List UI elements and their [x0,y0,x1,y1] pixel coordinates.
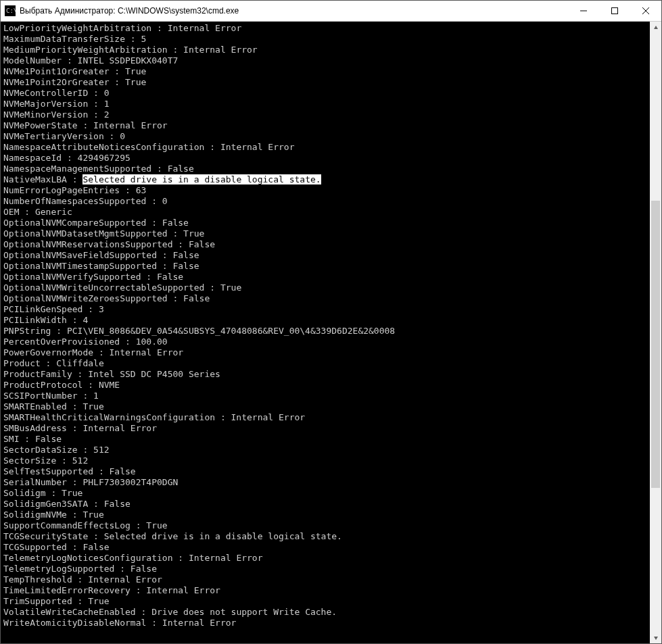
console-line: OptionalNVMCompareSupported : False [3,218,647,228]
window-title: Выбрать Администратор: C:\WINDOWS\system… [20,6,239,16]
property-key: SerialNumber : [3,477,82,487]
property-value: Drive does not support Write Cache. [151,607,337,617]
property-key: NVMeMinorVersion : [3,109,104,120]
titlebar-controls [568,1,661,21]
selected-text: Selected drive is in a disable logical s… [82,174,321,184]
console-line: SolidigmNVMe : True [3,510,647,520]
property-value: Internal Error [183,45,258,55]
console-line: SMBusAddress : Internal Error [3,423,647,434]
property-key: SectorDataSize : [3,445,93,455]
property-key: OptionalNVMWriteUncorrectableSupported : [3,282,220,293]
property-key: NumErrorLogPageEntries : [3,185,136,195]
property-key: OptionalNVMTimestampSupported : [3,261,172,271]
property-key: NativeMaxLBA : [3,174,82,184]
property-value: False [189,239,215,249]
property-key: NVMeMajorVersion : [3,99,104,109]
property-key: PNPString : [3,326,67,336]
titlebar-left: C:\ Выбрать Администратор: C:\WINDOWS\sy… [1,5,239,16]
property-key: SMARTHealthCriticalWarningsConfiguration… [3,412,231,422]
property-value: Internal Error [88,574,162,585]
console-line: TrimSupported : True [3,596,647,607]
titlebar[interactable]: C:\ Выбрать Администратор: C:\WINDOWS\sy… [1,1,661,22]
console-line: NVMeMajorVersion : 1 [3,99,647,109]
property-value: 512 [93,445,109,455]
console-line: NVMeTertiaryVersion : 0 [3,131,647,142]
console-line: TempThreshold : Internal Error [3,574,647,585]
property-value: 1 [104,99,110,109]
property-value: True [183,228,204,239]
property-key: VolatileWriteCacheEnabled : [3,607,151,617]
property-key: ProductFamily : [3,369,88,379]
property-value: False [104,499,131,509]
cmd-window: C:\ Выбрать Администратор: C:\WINDOWS\sy… [0,0,662,644]
property-key: TCGSecurityState : [3,531,104,541]
console-line: NumErrorLogPageEntries : 63 [3,185,647,196]
console-output[interactable]: LowPriorityWeightArbitration : Internal … [1,22,650,643]
property-value: False [35,434,62,444]
console-line: Solidigm : True [3,488,647,499]
property-value: True [62,488,82,498]
console-line: TCGSupported : False [3,542,647,553]
console-line: OptionalNVMVerifySupported : False [3,272,647,282]
cmd-icon: C:\ [5,5,16,16]
property-value: False [183,293,210,303]
property-key: TrimSupported : [3,596,88,606]
property-key: NVMeControllerID : [3,88,104,98]
vertical-scrollbar[interactable] [650,22,661,643]
console-area: LowPriorityWeightArbitration : Internal … [1,22,661,643]
property-key: NamespaceId : [3,153,78,163]
maximize-button[interactable] [599,1,630,21]
property-key: OptionalNVMDatasetMgmtSupported : [3,228,183,239]
scroll-down-button[interactable] [650,632,661,643]
property-value: 5 [141,34,147,44]
console-line: PowerGovernorMode : Internal Error [3,347,647,358]
property-key: TimeLimitedErrorRecovery : [3,585,146,595]
console-line: OptionalNVMReservationsSupported : False [3,239,647,250]
property-value: Generic [35,207,72,217]
console-line: NamespaceAttributeNoticesConfiguration :… [3,142,647,153]
console-line: NVMe1Point2OrGreater : True [3,77,647,88]
property-key: TempThreshold : [3,574,88,585]
scroll-up-button[interactable] [650,22,661,33]
property-value: True [82,510,103,520]
property-value: PHLF7303002T4P0DGN [82,477,178,487]
property-value: False [162,218,189,228]
property-key: ModelNumber : [3,55,78,66]
property-key: OptionalNVMCompareSupported : [3,218,162,228]
minimize-button[interactable] [568,1,599,21]
property-key: SCSIPortNumber : [3,391,93,401]
property-value: False [168,164,194,174]
property-key: OptionalNVMVerifySupported : [3,272,157,282]
property-value: Internal Error [189,553,263,563]
console-line: SectorDataSize : 512 [3,445,647,455]
property-key: SelfTestSupported : [3,466,110,476]
property-key: MaximumDataTransferSize : [3,34,141,44]
console-line: NVMe1Point1OrGreater : True [3,66,647,77]
property-value: True [125,66,146,76]
console-line: NVMeMinorVersion : 2 [3,109,647,120]
property-value: 0 [104,88,110,98]
console-line: SMARTEnabled : True [3,401,647,412]
close-button[interactable] [630,1,661,21]
property-value: NVME [99,380,120,390]
console-line: PCILinkWidth : 4 [3,315,647,326]
property-value: Selected drive is in a disable logical s… [104,531,342,541]
scrollbar-track[interactable] [650,33,661,632]
console-line: TelemetryLogNoticesConfiguration : Inter… [3,553,647,564]
console-line: NVMePowerState : Internal Error [3,120,647,131]
console-line: SerialNumber : PHLF7303002T4P0DGN [3,477,647,488]
property-key: Product : [3,358,56,368]
property-key: SectorSize : [3,455,72,466]
console-line: SCSIPortNumber : 1 [3,391,647,401]
console-line: SMARTHealthCriticalWarningsConfiguration… [3,412,647,423]
property-value: Internal Error [82,423,157,433]
console-line: SelfTestSupported : False [3,466,647,477]
scrollbar-thumb[interactable] [651,201,660,488]
console-line: SectorSize : 512 [3,455,647,466]
property-value: Internal Error [231,412,306,422]
property-key: NumberOfNamespacesSupported : [3,196,162,206]
console-line: NamespaceManagementSupported : False [3,164,647,174]
property-key: SMI : [3,434,35,444]
property-key: PowerGovernorMode : [3,347,110,357]
property-key: SupportCommandEffectsLog : [3,520,146,530]
